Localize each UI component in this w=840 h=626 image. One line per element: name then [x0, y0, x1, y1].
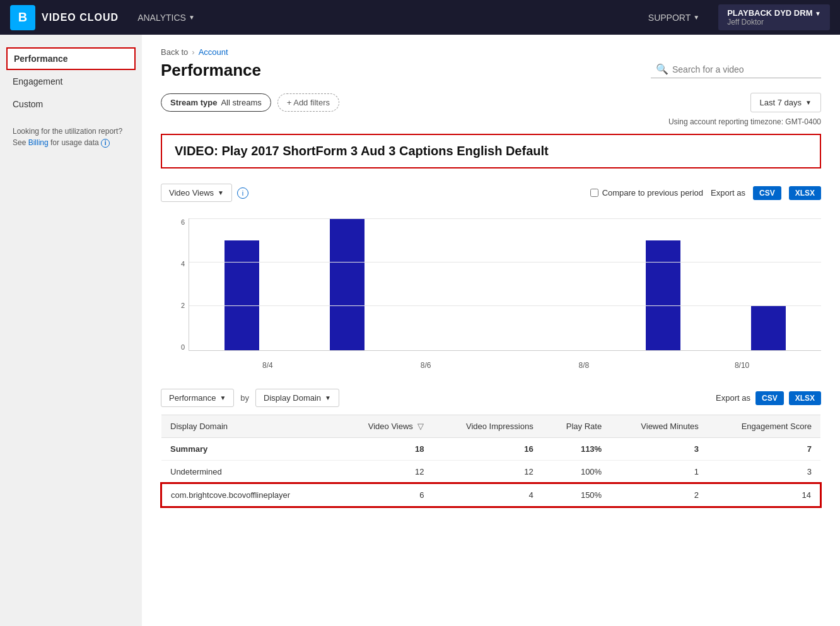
brightcove-video-views: 6 — [338, 483, 433, 507]
chevron-down-icon: ▼ — [805, 99, 812, 106]
export-as-label: Export as — [711, 188, 745, 198]
user-menu[interactable]: PLAYBACK DYD DRM ▼ Jeff Doktor — [718, 4, 830, 30]
search-icon: 🔍 — [656, 63, 668, 75]
undetermined-domain: Undetermined — [161, 461, 338, 484]
bar-group-2 — [295, 218, 400, 350]
bar-1 — [225, 240, 259, 350]
add-filters-button[interactable]: + Add filters — [277, 93, 339, 112]
export-csv-button[interactable]: CSV — [753, 186, 781, 200]
col-play-rate: Play Rate — [542, 415, 610, 438]
metric-label: Video Views — [169, 188, 214, 198]
main-content: Back to › Account Performance 🔍 Stream t… — [142, 35, 840, 626]
date-range-dropdown[interactable]: Last 7 days ▼ — [750, 93, 821, 112]
x-axis-labels: 8/4 8/6 8/8 8/10 — [189, 361, 821, 370]
sidebar-item-performance[interactable]: Performance — [6, 47, 136, 70]
bar-group-4 — [505, 218, 610, 350]
undetermined-engagement-score: 3 — [708, 461, 820, 484]
col-viewed-minutes: Viewed Minutes — [610, 415, 708, 438]
table-row-brightcove: com.brightcove.bcovofflineplayer 6 4 150… — [161, 483, 820, 507]
stream-type-label: Stream type — [170, 98, 217, 107]
bar-group-6 — [716, 218, 821, 350]
undetermined-viewed-minutes: 1 — [610, 461, 708, 484]
bar-2 — [330, 218, 365, 350]
summary-domain: Summary — [161, 438, 338, 461]
brightcove-viewed-minutes: 2 — [610, 483, 708, 507]
compare-period-checkbox[interactable] — [590, 189, 598, 197]
search-box[interactable]: 🔍 — [651, 61, 821, 78]
sidebar-item-engagement[interactable]: Engagement — [0, 70, 142, 93]
table-row-undetermined: Undetermined 12 12 100% 1 3 — [161, 461, 820, 484]
chevron-down-icon: ▼ — [219, 394, 226, 401]
brightcove-domain: com.brightcove.bcovofflineplayer — [161, 483, 338, 507]
table-metric-dropdown[interactable]: Performance ▼ — [161, 389, 234, 407]
account-link[interactable]: Account — [199, 47, 228, 57]
filters-row: Stream type All streams + Add filters La… — [161, 93, 821, 112]
page-title: Performance — [161, 61, 261, 80]
y-axis-2: 2 — [181, 302, 185, 309]
top-navigation: B VIDEO CLOUD ANALYTICS ▼ SUPPORT ▼ PLAY… — [0, 0, 840, 35]
app-name: VIDEO CLOUD — [42, 12, 119, 23]
summary-play-rate: 113% — [542, 438, 610, 461]
summary-video-impressions: 16 — [433, 438, 542, 461]
bar-group-1 — [189, 218, 295, 350]
x-label-86: 8/6 — [347, 361, 505, 370]
table-section: Performance ▼ by Display Domain ▼ Export… — [161, 389, 821, 507]
stream-type-value: All streams — [221, 98, 261, 107]
billing-link[interactable]: Billing — [28, 138, 49, 147]
sort-icon: ▽ — [417, 422, 424, 431]
table-by-label: by — [240, 393, 249, 403]
brightcove-play-rate: 150% — [542, 483, 610, 507]
undetermined-play-rate: 100% — [542, 461, 610, 484]
chart-info-icon[interactable]: i — [237, 187, 248, 199]
info-icon[interactable]: i — [101, 139, 110, 148]
col-video-views[interactable]: Video Views ▽ — [338, 415, 433, 438]
table-header-row: Display Domain Video Views ▽ Video Impre… — [161, 415, 820, 438]
col-display-domain: Display Domain — [161, 415, 338, 438]
summary-viewed-minutes: 3 — [610, 438, 708, 461]
video-title-box: VIDEO: Play 2017 ShortForm 3 Aud 3 Capti… — [161, 134, 821, 168]
chart-left-controls: Video Views ▼ i — [161, 184, 248, 202]
col-engagement-score: Engagement Score — [708, 415, 820, 438]
chart-header: Video Views ▼ i Compare to previous peri… — [161, 184, 821, 202]
data-table: Display Domain Video Views ▽ Video Impre… — [161, 415, 821, 507]
table-dimension-label: Display Domain — [264, 393, 321, 403]
chevron-down-icon: ▼ — [218, 189, 224, 196]
date-range-label: Last 7 days — [760, 98, 802, 107]
summary-video-views: 18 — [338, 438, 433, 461]
brightcove-video-impressions: 4 — [433, 483, 542, 507]
table-export-csv-button[interactable]: CSV — [755, 391, 784, 405]
timezone-note: Using account reporting timezone: GMT-04… — [161, 117, 821, 126]
brightcove-logo: B — [10, 5, 35, 30]
brightcove-engagement-score: 14 — [708, 483, 820, 507]
sidebar: Performance Engagement Custom Looking fo… — [0, 35, 142, 626]
user-name: Jeff Doktor — [727, 18, 821, 27]
undetermined-video-views: 12 — [338, 461, 433, 484]
y-axis-4: 4 — [181, 260, 185, 268]
x-label-84: 8/4 — [189, 361, 347, 370]
table-metric-label: Performance — [169, 393, 216, 403]
table-export-label: Export as — [716, 393, 750, 403]
sidebar-note: Looking for the utilization report? See … — [0, 115, 142, 158]
search-input[interactable] — [672, 64, 816, 74]
y-axis-0: 0 — [181, 343, 185, 351]
metric-dropdown[interactable]: Video Views ▼ — [161, 184, 232, 202]
table-controls: Performance ▼ by Display Domain ▼ Export… — [161, 389, 821, 407]
y-axis-6: 6 — [181, 218, 185, 226]
bar-group-3 — [400, 218, 505, 350]
chevron-down-icon: ▼ — [325, 394, 331, 401]
sidebar-item-custom[interactable]: Custom — [0, 93, 142, 115]
x-label-88: 8/8 — [505, 361, 663, 370]
table-export-controls: Export as CSV XLSX — [716, 391, 821, 405]
bar-group-5 — [610, 218, 716, 350]
table-dimension-dropdown[interactable]: Display Domain ▼ — [255, 389, 339, 407]
stream-type-filter[interactable]: Stream type All streams — [161, 93, 271, 112]
bar-6 — [751, 306, 786, 350]
compare-period-label: Compare to previous period — [590, 188, 703, 198]
analytics-nav[interactable]: ANALYTICS ▼ — [137, 13, 195, 23]
x-label-810: 8/10 — [663, 361, 821, 370]
export-xlsx-button[interactable]: XLSX — [789, 186, 821, 200]
support-nav[interactable]: SUPPORT ▼ — [648, 13, 699, 23]
table-row-summary: Summary 18 16 113% 3 7 — [161, 438, 820, 461]
table-export-xlsx-button[interactable]: XLSX — [789, 391, 821, 405]
bar-chart: 6 4 2 0 — [167, 212, 821, 370]
